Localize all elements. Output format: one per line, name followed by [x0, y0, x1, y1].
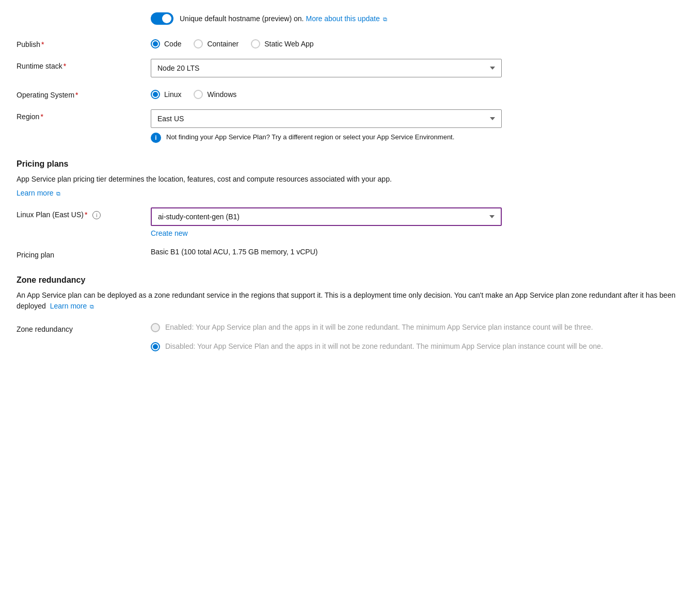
zone-redundancy-section: Zone redundancy An App Service plan can … — [17, 276, 683, 312]
publish-options: Code Container Static Web App — [151, 37, 683, 48]
zone-disabled-option[interactable]: Disabled: Your App Service Plan and the … — [151, 341, 683, 352]
runtime-stack-row: Runtime stack* Node 20 LTS — [17, 59, 683, 77]
hostname-toggle-row: Unique default hostname (preview) on. Mo… — [151, 12, 683, 25]
hostname-toggle[interactable] — [151, 12, 173, 25]
zone-redundancy-row: Zone redundancy Enabled: Your App Servic… — [17, 322, 683, 352]
zone-disabled-radio[interactable] — [151, 342, 160, 351]
linux-plan-chevron — [489, 215, 495, 218]
runtime-stack-dropdown[interactable]: Node 20 LTS — [151, 59, 502, 77]
publish-radio-group: Code Container Static Web App — [151, 37, 683, 48]
zone-enabled-option[interactable]: Enabled: Your App Service plan and the a… — [151, 322, 683, 333]
region-dropdown[interactable]: East US — [151, 109, 502, 128]
zone-redundancy-learn-more[interactable]: Learn more ⧉ — [50, 302, 94, 310]
pricing-plans-desc: App Service plan pricing tier determines… — [17, 174, 683, 185]
os-linux-radio[interactable] — [151, 90, 160, 99]
zone-enabled-label: Enabled: Your App Service plan and the a… — [165, 322, 593, 333]
publish-code-option[interactable]: Code — [151, 39, 181, 48]
publish-static-web-app-option[interactable]: Static Web App — [251, 39, 313, 48]
linux-plan-label: Linux Plan (East US)* i — [17, 207, 151, 219]
operating-system-label: Operating System* — [17, 88, 151, 99]
os-windows-label: Windows — [207, 90, 236, 99]
pricing-learn-more-icon: ⧉ — [56, 190, 60, 197]
region-info-icon: i — [151, 133, 161, 143]
zone-learn-more-icon: ⧉ — [90, 302, 94, 311]
pricing-plan-value: Basic B1 (100 total ACU, 1.75 GB memory,… — [151, 244, 317, 256]
os-radio-group: Linux Windows — [151, 88, 683, 99]
create-new-link[interactable]: Create new — [151, 229, 683, 237]
region-info-text: Not finding your App Service Plan? Try a… — [166, 132, 454, 142]
runtime-stack-chevron — [490, 67, 495, 70]
pricing-plan-row: Pricing plan Basic B1 (100 total ACU, 1.… — [17, 248, 683, 259]
publish-label: Publish* — [17, 37, 151, 48]
pricing-plans-learn-more[interactable]: Learn more ⧉ — [17, 189, 60, 197]
linux-plan-control: ai-study-content-gen (B1) Create new — [151, 207, 683, 237]
region-control: East US i Not finding your App Service P… — [151, 109, 683, 143]
publish-code-radio[interactable] — [151, 39, 160, 48]
publish-container-label: Container — [207, 40, 238, 48]
publish-container-option[interactable]: Container — [194, 39, 238, 48]
runtime-stack-label: Runtime stack* — [17, 59, 151, 70]
external-link-icon: ⧉ — [383, 16, 387, 23]
region-value: East US — [157, 115, 184, 123]
publish-static-web-app-radio[interactable] — [251, 39, 260, 48]
toggle-label: Unique default hostname (preview) on. — [180, 14, 304, 23]
zone-redundancy-desc: An App Service plan can be deployed as a… — [17, 290, 683, 312]
zone-enabled-radio[interactable] — [151, 323, 160, 332]
more-about-update-link[interactable]: More about this update ⧉ — [306, 14, 387, 23]
zone-redundancy-options: Enabled: Your App Service plan and the a… — [151, 322, 683, 352]
linux-plan-dropdown[interactable]: ai-study-content-gen (B1) — [151, 207, 502, 226]
pricing-plan-control: Basic B1 (100 total ACU, 1.75 GB memory,… — [151, 248, 683, 256]
region-info-box: i Not finding your App Service Plan? Try… — [151, 132, 502, 143]
zone-disabled-label: Disabled: Your App Service Plan and the … — [165, 341, 603, 352]
os-windows-option[interactable]: Windows — [194, 90, 236, 99]
publish-static-web-app-label: Static Web App — [264, 40, 313, 48]
runtime-stack-value: Node 20 LTS — [157, 64, 199, 72]
os-windows-radio[interactable] — [194, 90, 203, 99]
region-label: Region* — [17, 109, 151, 121]
os-linux-option[interactable]: Linux — [151, 90, 181, 99]
publish-row: Publish* Code Container Static Web App — [17, 37, 683, 48]
pricing-plan-label: Pricing plan — [17, 248, 151, 259]
linux-plan-row: Linux Plan (East US)* i ai-study-content… — [17, 207, 683, 237]
operating-system-row: Operating System* Linux Windows — [17, 88, 683, 99]
publish-code-label: Code — [164, 40, 181, 48]
publish-container-radio[interactable] — [194, 39, 203, 48]
zone-redundancy-label: Zone redundancy — [17, 322, 151, 333]
runtime-stack-control: Node 20 LTS — [151, 59, 683, 77]
pricing-plans-section: Pricing plans App Service plan pricing t… — [17, 159, 683, 197]
region-row: Region* East US i Not finding your App S… — [17, 109, 683, 143]
operating-system-control: Linux Windows — [151, 88, 683, 99]
zone-redundancy-title: Zone redundancy — [17, 276, 683, 285]
region-chevron — [490, 117, 495, 120]
os-linux-label: Linux — [164, 90, 181, 99]
linux-plan-value: ai-study-content-gen (B1) — [158, 213, 240, 221]
pricing-plans-title: Pricing plans — [17, 159, 683, 169]
linux-plan-info-icon[interactable]: i — [92, 211, 101, 219]
